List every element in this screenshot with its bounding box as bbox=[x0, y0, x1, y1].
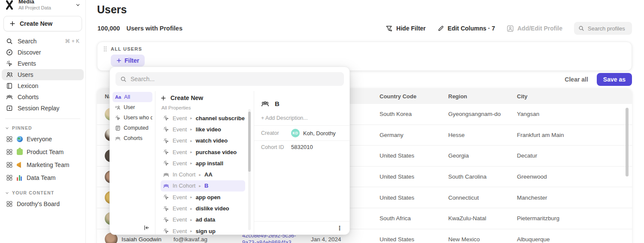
user-city: Frankfurt am Main bbox=[517, 132, 632, 138]
your-content-section-header[interactable]: YOUR CONTENT bbox=[0, 188, 85, 197]
save-as-button[interactable]: Save as bbox=[597, 73, 632, 86]
category-all[interactable]: Aa All bbox=[112, 92, 152, 102]
category-label: User bbox=[124, 104, 135, 110]
sidebar-board-marketing-team[interactable]: Marketing Team bbox=[0, 158, 85, 171]
compass-icon bbox=[6, 49, 13, 56]
board-grid-icon bbox=[6, 174, 13, 181]
cohort-id-value: 5832010 bbox=[291, 144, 313, 150]
board-label: Data Team bbox=[27, 174, 55, 181]
all-properties-label: All Properties bbox=[161, 104, 245, 112]
search-profiles-input[interactable] bbox=[588, 25, 631, 32]
sidebar-board-everyone[interactable]: Everyone bbox=[0, 133, 85, 146]
dropdown-search-input[interactable] bbox=[131, 76, 339, 82]
sidebar-item-lexicon[interactable]: Lexicon bbox=[2, 80, 84, 91]
property-item-sign-up[interactable]: Event▸sign up bbox=[161, 225, 245, 237]
sidebar-item-users[interactable]: Users bbox=[2, 69, 84, 80]
column-header-country[interactable]: Country Code bbox=[380, 93, 448, 100]
header-actions: Hide Filter Edit Columns · 7 Add/Edit Pr… bbox=[386, 22, 632, 35]
your-content-label: YOUR CONTENT bbox=[12, 190, 54, 195]
plus-icon bbox=[9, 21, 15, 27]
puzzle-icon bbox=[17, 149, 23, 155]
board-label: Marketing Team bbox=[27, 161, 69, 168]
user-count: 100,000 bbox=[97, 25, 120, 32]
event-spark-icon bbox=[163, 217, 169, 223]
drag-handle-icon[interactable] bbox=[103, 46, 107, 52]
sidebar-item-session-replay[interactable]: Session Replay bbox=[2, 103, 84, 114]
app-window: Media All Project Data Create New Search… bbox=[0, 0, 644, 243]
hide-filter-label: Hide Filter bbox=[396, 25, 425, 32]
property-item-purchase-video[interactable]: Event▸purchase video bbox=[161, 146, 245, 158]
property-item-like-video[interactable]: Event▸like video bbox=[161, 124, 245, 135]
table-scrollbar[interactable] bbox=[626, 108, 629, 176]
edit-columns-button[interactable]: Edit Columns · 7 bbox=[437, 25, 495, 32]
property-item-app-install[interactable]: Event▸app install bbox=[161, 158, 245, 169]
creator-label: Creator bbox=[261, 130, 288, 136]
board-label: Dorothy's Board bbox=[17, 200, 60, 207]
cohorts-icon bbox=[115, 136, 121, 141]
add-edit-profile-label: Add/Edit Profile bbox=[517, 25, 562, 32]
sidebar-nav: Search ⌘ + K Discover Events Users Lexic… bbox=[0, 35, 85, 115]
user-city: Pietermaritzburg bbox=[517, 215, 632, 222]
create-new-button[interactable]: Create New bbox=[3, 16, 82, 31]
sidebar-item-label: Session Replay bbox=[18, 105, 59, 112]
more-options-icon[interactable]: ⋮ bbox=[337, 225, 343, 231]
category-label: Computed bbox=[124, 125, 149, 131]
property-item-channel-subscribe[interactable]: Event▸channel subscribe bbox=[161, 112, 245, 124]
divider bbox=[5, 118, 80, 119]
property-item-in-cohort-aa[interactable]: In Cohort▸AA bbox=[161, 169, 245, 180]
sidebar-item-cohorts[interactable]: Cohorts bbox=[2, 91, 84, 103]
column-header-city[interactable]: City bbox=[517, 93, 632, 100]
property-item-app-open[interactable]: Event▸app open bbox=[161, 191, 245, 203]
sidebar-item-search[interactable]: Search ⌘ + K bbox=[2, 36, 84, 47]
clear-all-button[interactable]: Clear all bbox=[565, 76, 588, 83]
user-country: United States bbox=[380, 173, 448, 180]
pinned-section-header[interactable]: PINNED bbox=[0, 123, 85, 133]
dropdown-scrollbar-thumb[interactable] bbox=[248, 112, 251, 172]
user-city: Greenwood bbox=[517, 173, 632, 180]
sidebar-board-data-team[interactable]: Data Team bbox=[0, 171, 85, 184]
category-user[interactable]: User bbox=[112, 102, 152, 112]
user-country: United States bbox=[380, 152, 448, 159]
search-icon bbox=[120, 76, 127, 82]
megaphone-icon bbox=[17, 162, 23, 168]
dropdown-search-box bbox=[115, 72, 344, 86]
add-filter-label: Filter bbox=[125, 57, 139, 64]
project-switcher[interactable]: Media All Project Data bbox=[0, 0, 85, 12]
category-users-who-did[interactable]: Users who di... bbox=[112, 112, 152, 123]
profile-count: 100,000 Users with Profiles bbox=[97, 25, 182, 32]
plus-icon bbox=[116, 58, 122, 63]
property-item-dislike-video[interactable]: Event▸dislike video bbox=[161, 203, 245, 214]
hide-filter-button[interactable]: Hide Filter bbox=[386, 25, 425, 32]
sidebar-item-label: Search bbox=[18, 38, 36, 45]
board-grid-icon bbox=[6, 136, 13, 143]
computed-icon bbox=[115, 125, 121, 131]
category-label: Users who di... bbox=[124, 115, 152, 121]
property-item-watch-video[interactable]: Event▸watch video bbox=[161, 135, 245, 146]
user-country: South Africa bbox=[380, 215, 448, 222]
cohorts-icon bbox=[163, 183, 169, 189]
sidebar-board-dorothys-board[interactable]: Dorothy's Board bbox=[0, 197, 85, 210]
sidebar-item-discover[interactable]: Discover bbox=[2, 47, 84, 58]
board-grid-icon bbox=[6, 161, 13, 168]
sidebar-item-events[interactable]: Events bbox=[2, 58, 84, 69]
property-item-in-cohort-b[interactable]: In Cohort▸B bbox=[161, 180, 245, 191]
column-header-region[interactable]: Region bbox=[448, 93, 517, 100]
collapse-panel-icon[interactable] bbox=[143, 224, 152, 231]
property-item-ad-data[interactable]: Event▸ad data bbox=[161, 214, 245, 225]
user-name[interactable]: Isaiah Goodwin bbox=[122, 236, 161, 243]
add-edit-profile-button[interactable]: Add/Edit Profile bbox=[507, 25, 562, 32]
filter-property-dropdown: Aa All User Users who di... Computed bbox=[109, 67, 350, 235]
event-spark-icon bbox=[163, 206, 169, 212]
user-region: Gyeongsangnam-do bbox=[448, 111, 517, 117]
pinned-label: PINNED bbox=[12, 125, 32, 131]
aa-icon: Aa bbox=[115, 94, 121, 100]
sidebar-board-product-team[interactable]: Product Team bbox=[0, 146, 85, 158]
category-cohorts[interactable]: Cohorts bbox=[112, 133, 152, 143]
dropdown-create-new-button[interactable]: Create New bbox=[161, 93, 245, 103]
add-description-button[interactable]: + Add Description... bbox=[261, 115, 343, 121]
funnel-plus-icon bbox=[386, 25, 393, 32]
category-computed[interactable]: Computed bbox=[112, 123, 152, 133]
add-filter-button[interactable]: Filter bbox=[111, 55, 145, 67]
cohort-panel-footer: ⋮ bbox=[254, 221, 349, 234]
event-spark-icon bbox=[163, 160, 169, 166]
